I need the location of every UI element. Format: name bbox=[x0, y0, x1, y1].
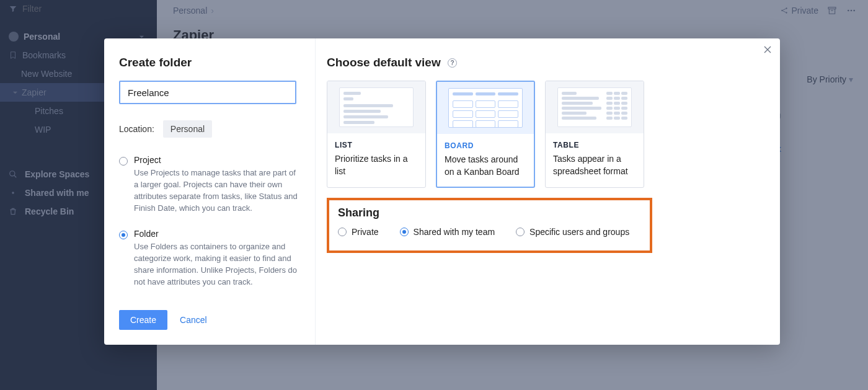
sharing-option-team[interactable]: Shared with my team bbox=[400, 227, 495, 237]
radio-icon bbox=[516, 228, 525, 236]
view-name: LIST bbox=[335, 141, 418, 149]
view-thumb-list bbox=[327, 81, 425, 133]
view-name: TABLE bbox=[553, 141, 636, 149]
create-button[interactable]: Create bbox=[119, 310, 167, 330]
create-folder-modal: Create folder Location: Personal Project… bbox=[104, 38, 780, 345]
location-label: Location: bbox=[119, 124, 154, 134]
sharing-title: Sharing bbox=[338, 206, 641, 219]
modal-title: Create folder bbox=[119, 56, 301, 69]
help-icon[interactable]: ? bbox=[448, 58, 457, 68]
sharing-label: Private bbox=[352, 227, 379, 237]
folder-name-input[interactable] bbox=[119, 81, 296, 104]
type-option-folder[interactable]: Folder Use Folders as containers to orga… bbox=[119, 229, 301, 288]
type-name: Folder bbox=[134, 229, 301, 239]
view-desc: Prioritize tasks in a list bbox=[335, 154, 407, 176]
cancel-button[interactable]: Cancel bbox=[180, 315, 207, 325]
view-thumb-board bbox=[437, 82, 534, 134]
modal-right-title: Choose default view ? bbox=[327, 56, 764, 69]
type-desc: Use Projects to manage tasks that are pa… bbox=[134, 167, 301, 214]
view-desc: Move tasks around on a Kanban Board bbox=[445, 154, 520, 177]
sharing-option-specific[interactable]: Specific users and groups bbox=[516, 227, 629, 237]
view-card-board[interactable]: BOARD Move tasks around on a Kanban Boar… bbox=[436, 81, 535, 188]
sharing-label: Specific users and groups bbox=[529, 227, 629, 237]
location-row: Location: Personal bbox=[119, 120, 301, 138]
sharing-option-private[interactable]: Private bbox=[338, 227, 379, 237]
type-option-project[interactable]: Project Use Projects to manage tasks tha… bbox=[119, 155, 301, 214]
location-chip[interactable]: Personal bbox=[163, 120, 212, 138]
type-desc: Use Folders as containers to organize an… bbox=[134, 241, 301, 288]
view-thumb-table bbox=[546, 81, 644, 133]
modal-left: Create folder Location: Personal Project… bbox=[104, 38, 315, 345]
sharing-label: Shared with my team bbox=[414, 227, 495, 237]
sharing-section: Sharing Private Shared with my team Spec… bbox=[327, 198, 652, 253]
radio-icon bbox=[119, 231, 128, 239]
view-desc: Tasks appear in a spreadsheet format bbox=[553, 154, 628, 176]
radio-icon bbox=[338, 228, 347, 236]
modal-right: Choose default view ? LIST P bbox=[315, 38, 780, 345]
type-name: Project bbox=[134, 155, 301, 165]
view-cards: LIST Prioritize tasks in a list bbox=[327, 81, 764, 188]
view-card-table[interactable]: TABLE Tasks appear in a spreadsheet form… bbox=[545, 81, 644, 188]
view-card-list[interactable]: LIST Prioritize tasks in a list bbox=[327, 81, 426, 188]
radio-icon bbox=[400, 228, 409, 236]
radio-icon bbox=[119, 157, 128, 166]
view-name: BOARD bbox=[445, 141, 526, 150]
modal-buttons: Create Cancel bbox=[119, 310, 207, 330]
sharing-options: Private Shared with my team Specific use… bbox=[338, 227, 641, 237]
type-group: Project Use Projects to manage tasks tha… bbox=[119, 155, 301, 288]
